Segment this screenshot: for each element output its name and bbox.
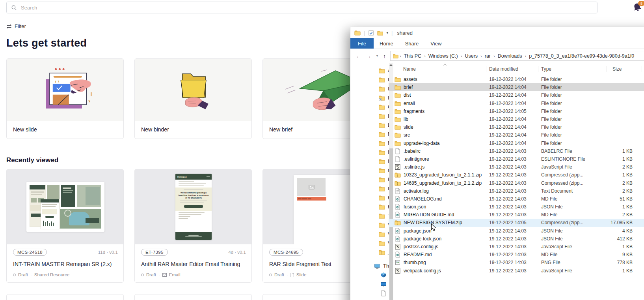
file-row[interactable]: MIGRATION GUIDE.md19-12-2022 14:03MD Fil… [389, 211, 644, 219]
file-row[interactable]: lib19-12-2022 14:04File folder [389, 115, 644, 123]
tree-item[interactable]: 3D [350, 270, 389, 279]
tree-item[interactable]: O [350, 166, 389, 175]
history-caret-icon[interactable]: ▼ [376, 54, 379, 58]
file-date-modified: 19-12-2022 14:03 [489, 196, 541, 202]
search-icon [11, 5, 17, 10]
next-row-card[interactable] [6, 294, 124, 300]
column-divider[interactable] [607, 66, 607, 72]
quick-access-caret-icon[interactable]: ▾ [386, 31, 388, 35]
column-divider[interactable] [486, 66, 486, 72]
ribbon-tab-file[interactable]: File [350, 38, 374, 49]
tree-item[interactable]: D [350, 93, 389, 102]
file-row[interactable]: webpack.config.js19-12-2022 14:03JavaScr… [389, 267, 644, 275]
tree-item[interactable]: _h [350, 248, 389, 257]
recent-card-anthill[interactable]: Remepan We recommend placing a headline … [134, 169, 252, 283]
column-type[interactable]: Type [541, 66, 607, 72]
tree-item[interactable]: TA [350, 211, 389, 220]
back-icon[interactable]: ← [356, 53, 361, 59]
tree-item[interactable]: Vo [350, 238, 389, 248]
tree-item[interactable]: N [350, 157, 389, 166]
explorer-titlebar[interactable]: | ▾ | shared [350, 27, 644, 38]
breadcrumb-segment[interactable]: p_75778_0_3_ea1f8e70-ee99-43de-980d-9a1f… [527, 53, 636, 59]
tree-item[interactable]: G [350, 102, 389, 111]
notifications-bell[interactable]: 8 [632, 2, 644, 14]
up-icon[interactable]: ↑ [383, 53, 386, 59]
file-row[interactable]: .eslintrc.js19-12-2022 14:03JavaScript F… [389, 163, 644, 171]
file-row[interactable]: brief19-12-2022 14:04File folder [389, 83, 644, 91]
ribbon-tab-share[interactable]: Share [399, 38, 425, 49]
column-date-modified[interactable]: Date modified [489, 66, 541, 72]
tree-item[interactable]: A [350, 66, 389, 75]
file-name: upgrade-log-data [404, 141, 489, 146]
file-row[interactable]: package.json19-12-2022 14:03JSON File4 K… [389, 227, 644, 235]
file-row[interactable]: fragments19-12-2022 14:05File folder [389, 107, 644, 115]
column-size[interactable]: Size [607, 66, 637, 72]
address-folder-icon [393, 53, 398, 59]
tree-item[interactable]: D [350, 279, 389, 289]
file-row[interactable]: 10323_upgraded_fusion_to_2.1.1.zip19-12-… [389, 171, 644, 179]
tree-item[interactable]: LO [350, 120, 389, 129]
new-slide-card[interactable]: New slide [6, 58, 124, 139]
breadcrumb-separator-icon: › [480, 54, 482, 58]
tree-item[interactable]: D [350, 75, 389, 84]
file-row[interactable]: src19-12-2022 14:04File folder [389, 131, 644, 139]
next-row-card[interactable] [134, 294, 252, 300]
titlebar-separator: | [364, 30, 365, 36]
file-size: 51 KB [607, 196, 637, 202]
search-input[interactable] [20, 4, 549, 11]
file-row[interactable]: README.md19-12-2022 14:03MD File9 KB [389, 251, 644, 259]
file-row[interactable]: CHANGELOG.md19-12-2022 14:03MD File51 KB [389, 195, 644, 203]
tree-item[interactable]: This PC [350, 261, 389, 270]
tree-item[interactable]: Pi [350, 175, 389, 184]
breadcrumb-segment[interactable]: Downloads [496, 53, 524, 59]
breadcrumb-segment[interactable]: This PC [402, 53, 423, 59]
search-bar[interactable] [6, 2, 597, 13]
sort-ascending-icon [443, 64, 447, 66]
breadcrumb[interactable]: ›This PC›Windows (C:)›Users›rar›Download… [390, 51, 644, 61]
column-divider[interactable] [642, 66, 642, 72]
file-type: File folder [541, 124, 607, 130]
tree-item[interactable]: M [350, 129, 389, 139]
file-row[interactable]: fusion.json19-12-2022 14:03JSON File1 KB [389, 203, 644, 211]
tree-item[interactable]: M [350, 139, 389, 148]
column-divider[interactable] [538, 66, 538, 72]
tree-item[interactable]: Vi [350, 220, 389, 229]
breadcrumb-segment[interactable]: Users [463, 53, 479, 59]
tree-item[interactable]: Pr [350, 184, 389, 193]
recent-card-remepan[interactable]: MCS-24518 11d · v0.1 INT-TRAIN MASTER Re… [6, 169, 124, 283]
filter-button[interactable]: Filter [6, 23, 28, 33]
tree-item[interactable]: D [350, 289, 389, 298]
file-row[interactable]: slide19-12-2022 14:04File folder [389, 123, 644, 131]
file-row[interactable]: email19-12-2022 14:04File folder [389, 99, 644, 107]
quick-access-folder-icon[interactable] [377, 30, 383, 36]
file-row[interactable]: thumb.png19-12-2022 14:03PNG File778 KB [389, 259, 644, 266]
tree-item[interactable]: LE [350, 111, 389, 120]
filter-icon [6, 24, 12, 29]
new-binder-card[interactable]: New binder [134, 58, 252, 139]
tree-item[interactable]: D [350, 84, 389, 93]
file-row[interactable]: .babelrc19-12-2022 14:03BABELRC File1 KB [389, 147, 644, 155]
file-row[interactable]: NEW DESIGN SYSTEM.zip19-12-2022 14:05Com… [389, 219, 644, 227]
file-row[interactable]: dist19-12-2022 14:04File folder [389, 91, 644, 99]
file-row[interactable]: package-lock.json19-12-2022 14:03JSON Fi… [389, 235, 644, 243]
file-size: 1 KB [607, 148, 637, 154]
file-row[interactable]: .eslintignore19-12-2022 14:03ESLINTIGNOR… [389, 155, 644, 163]
forward-icon[interactable]: → [366, 53, 371, 59]
ribbon-tab-view[interactable]: View [424, 38, 447, 49]
tree-item[interactable]: N [350, 148, 389, 157]
file-row[interactable]: 14685_upgraded_fusion_to_2.1.2.zip19-12-… [389, 179, 644, 187]
file-row[interactable]: activator.log19-12-2022 14:03Text Docume… [389, 187, 644, 195]
tree-item[interactable]: Re [350, 193, 389, 202]
file-row[interactable]: assets19-12-2022 14:04File folder [389, 75, 644, 83]
quick-access-check-icon[interactable] [368, 30, 374, 36]
ribbon-tab-home[interactable]: Home [374, 38, 399, 49]
tree-item[interactable]: Ri [350, 202, 389, 211]
breadcrumb-segment[interactable]: rar [483, 53, 492, 59]
column-name[interactable]: Name [389, 66, 489, 72]
tree-item[interactable]: Vi [350, 229, 389, 238]
file-row[interactable]: postcss.config.js19-12-2022 14:03JavaScr… [389, 243, 644, 251]
breadcrumb-segment[interactable]: Windows (C:) [427, 53, 460, 59]
file-row[interactable]: upgrade-log-data19-12-2022 14:04File fol… [389, 139, 644, 147]
new-slide-illustration [7, 59, 123, 121]
file-type: File folder [541, 92, 607, 98]
